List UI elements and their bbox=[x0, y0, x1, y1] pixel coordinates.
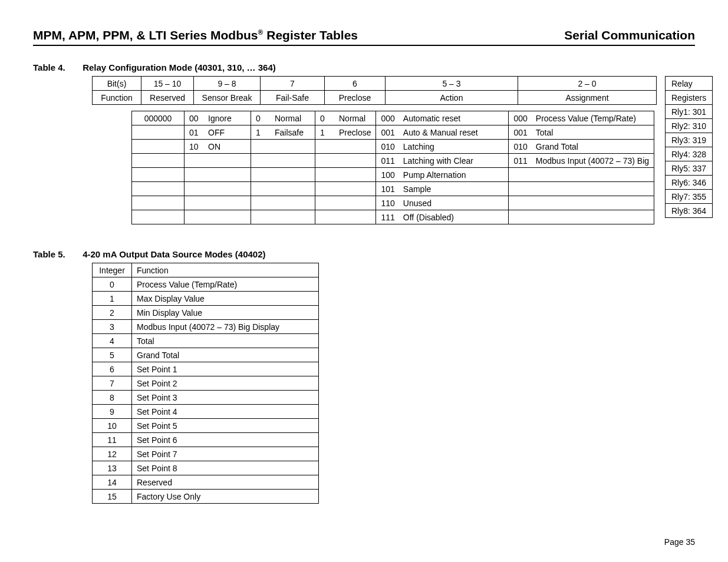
table-row: Rly4: 328 bbox=[666, 147, 713, 161]
t4-h-7: 7 bbox=[261, 77, 325, 91]
table-cell bbox=[132, 140, 185, 154]
table-row: 11Set Point 6 bbox=[93, 433, 319, 447]
relay-entry: Rly3: 319 bbox=[666, 133, 713, 147]
t4-h-9-8: 9 – 8 bbox=[194, 77, 261, 91]
t5-int: 15 bbox=[93, 490, 132, 504]
table-cell bbox=[251, 196, 315, 210]
table-row: 111Off (Disabled) bbox=[132, 210, 654, 224]
table-cell: 010Grand Total bbox=[509, 140, 654, 154]
table5: Integer Function 0Process Value (Temp/Ra… bbox=[92, 263, 319, 504]
table-cell: 1Failsafe bbox=[251, 125, 315, 140]
t5-int: 6 bbox=[93, 362, 132, 376]
table-cell bbox=[251, 182, 315, 196]
table-row: 12Set Point 7 bbox=[93, 447, 319, 461]
table-cell: 1Preclose bbox=[315, 125, 376, 140]
table-row: Rly3: 319 bbox=[666, 133, 713, 147]
t4-h-2-0: 2 – 0 bbox=[518, 77, 657, 91]
table5-title: 4-20 mA Output Data Source Modes (40402) bbox=[83, 249, 265, 259]
t5-head-int: Integer bbox=[93, 263, 132, 277]
table-cell bbox=[509, 196, 654, 210]
t5-int: 12 bbox=[93, 447, 132, 461]
table4-number: Table 4. bbox=[33, 62, 80, 72]
header-title: MPM, APM, PPM, & LTI Series Modbus® Regi… bbox=[33, 28, 358, 42]
table-row: Registers bbox=[666, 91, 713, 105]
table-cell bbox=[315, 154, 376, 168]
table-row: Function Reserved Sensor Break Fail-Safe… bbox=[93, 91, 657, 105]
t5-fn: Max Display Value bbox=[132, 292, 319, 306]
relay-entry: Rly7: 355 bbox=[666, 190, 713, 204]
t5-fn: Set Point 1 bbox=[132, 362, 319, 376]
t5-head-fn: Function bbox=[132, 263, 319, 277]
table-cell bbox=[251, 140, 315, 154]
t5-fn: Total bbox=[132, 334, 319, 348]
relay-subheader: Registers bbox=[666, 91, 713, 105]
table5-number: Table 5. bbox=[33, 249, 80, 259]
table-row: Rly5: 337 bbox=[666, 161, 713, 176]
table-cell: 101Sample bbox=[376, 182, 509, 196]
table-row: 6Set Point 1 bbox=[93, 362, 319, 376]
t4-h-5-3: 5 – 3 bbox=[386, 77, 518, 91]
table-cell bbox=[509, 168, 654, 182]
table-cell bbox=[132, 154, 185, 168]
table-row: Rly7: 355 bbox=[666, 190, 713, 204]
table-row: 011Latching with Clear011Modbus Input (4… bbox=[132, 154, 654, 168]
table-cell: 10ON bbox=[185, 140, 251, 154]
table-cell: 011Modbus Input (40072 – 73) Big bbox=[509, 154, 654, 168]
table-cell: 000Process Value (Temp/Rate) bbox=[509, 111, 654, 125]
table4-body: 00000000Ignore0Normal0Normal000Automatic… bbox=[131, 111, 654, 224]
t4-h-bits: Bit(s) bbox=[93, 77, 141, 91]
table-cell bbox=[315, 140, 376, 154]
table-row: Rly6: 346 bbox=[666, 176, 713, 190]
t5-int: 3 bbox=[93, 320, 132, 334]
t5-fn: Set Point 2 bbox=[132, 376, 319, 391]
table5-caption: Table 5. 4-20 mA Output Data Source Mode… bbox=[33, 249, 695, 259]
table-row: Relay bbox=[666, 77, 713, 91]
t5-fn: Factory Use Only bbox=[132, 490, 319, 504]
t5-fn: Min Display Value bbox=[132, 306, 319, 320]
table-cell bbox=[185, 210, 251, 224]
t5-int: 14 bbox=[93, 475, 132, 490]
page-number: Page 35 bbox=[664, 537, 695, 547]
table-row: 1Max Display Value bbox=[93, 292, 319, 306]
table-row: 101Sample bbox=[132, 182, 654, 196]
table-cell: 0Normal bbox=[251, 111, 315, 125]
table-cell bbox=[251, 154, 315, 168]
table-row: Bit(s) 15 – 10 9 – 8 7 6 5 – 3 2 – 0 bbox=[93, 77, 657, 91]
table-cell bbox=[185, 182, 251, 196]
table-cell: 111Off (Disabled) bbox=[376, 210, 509, 224]
t4-f-failsafe: Fail-Safe bbox=[261, 91, 325, 105]
t5-int: 1 bbox=[93, 292, 132, 306]
table-row: Rly2: 310 bbox=[666, 119, 713, 133]
relay-entry: Rly6: 346 bbox=[666, 176, 713, 190]
table-cell: 100Pump Alternation bbox=[376, 168, 509, 182]
t4-f-preclose: Preclose bbox=[325, 91, 386, 105]
table-cell bbox=[509, 182, 654, 196]
t5-int: 11 bbox=[93, 433, 132, 447]
table-cell bbox=[315, 168, 376, 182]
t5-int: 9 bbox=[93, 405, 132, 419]
table-cell: 001Auto & Manual reset bbox=[376, 125, 509, 140]
t5-int: 4 bbox=[93, 334, 132, 348]
table-cell bbox=[132, 125, 185, 140]
table-cell: 001Total bbox=[509, 125, 654, 140]
table-row: 9Set Point 4 bbox=[93, 405, 319, 419]
table-row: 3Modbus Input (40072 – 73) Big Display bbox=[93, 320, 319, 334]
table-cell bbox=[251, 168, 315, 182]
relay-registers-box: Relay Registers Rly1: 301Rly2: 310Rly3: … bbox=[665, 76, 713, 218]
table-cell bbox=[315, 182, 376, 196]
t4-h-15-10: 15 – 10 bbox=[141, 77, 194, 91]
table-cell: 00Ignore bbox=[185, 111, 251, 125]
t5-fn: Set Point 4 bbox=[132, 405, 319, 419]
table-row: Rly8: 364 bbox=[666, 204, 713, 218]
table-cell: 01OFF bbox=[185, 125, 251, 140]
table-row: 8Set Point 3 bbox=[93, 391, 319, 405]
table-row: 10Set Point 5 bbox=[93, 419, 319, 433]
table-row: 01OFF1Failsafe1Preclose001Auto & Manual … bbox=[132, 125, 654, 140]
t5-int: 8 bbox=[93, 391, 132, 405]
relay-entry: Rly8: 364 bbox=[666, 204, 713, 218]
relay-header: Relay bbox=[666, 77, 713, 91]
t5-fn: Grand Total bbox=[132, 348, 319, 362]
t5-int: 2 bbox=[93, 306, 132, 320]
table-cell: 110Unused bbox=[376, 196, 509, 210]
table-cell bbox=[185, 168, 251, 182]
